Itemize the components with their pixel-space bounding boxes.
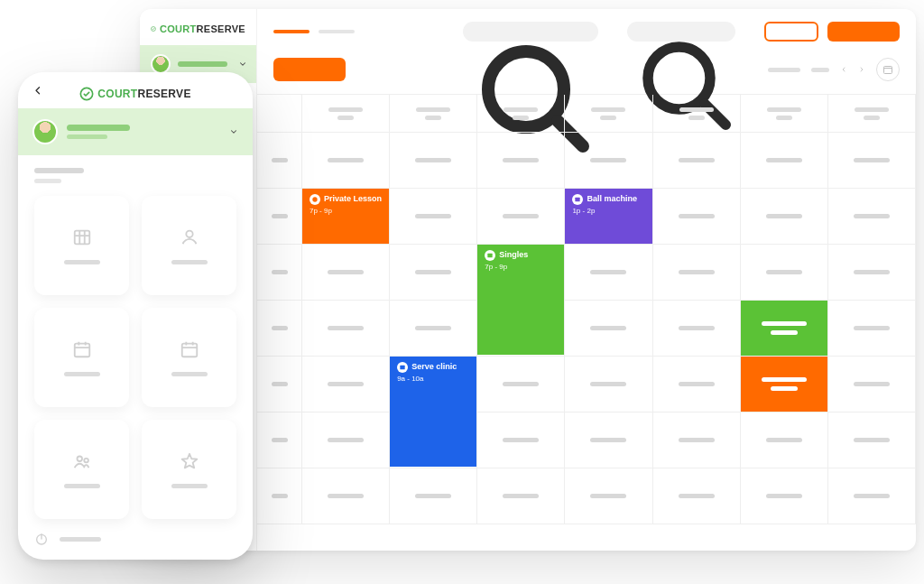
calendar-cell[interactable] xyxy=(565,357,652,413)
event-title: Singles xyxy=(499,250,528,261)
calendar-cell[interactable] xyxy=(828,133,916,189)
svg-rect-12 xyxy=(181,343,197,357)
menu-card-group[interactable] xyxy=(34,420,129,519)
calendar-cell[interactable] xyxy=(828,245,916,301)
calendar-cell[interactable] xyxy=(390,468,477,524)
calendar-cell[interactable] xyxy=(390,245,477,301)
mobile-bottom-bar xyxy=(18,519,253,560)
power-icon[interactable] xyxy=(34,532,49,546)
calendar-cell[interactable] xyxy=(828,468,916,524)
calendar-cell[interactable] xyxy=(565,413,652,468)
calendar-cell[interactable] xyxy=(477,357,565,413)
calendar-cell[interactable] xyxy=(741,357,828,413)
menu-card-calendar-2[interactable] xyxy=(142,308,236,407)
event-serve-clinic[interactable]: Serve clinic 9a - 10a xyxy=(390,357,476,467)
calendar-cell[interactable] xyxy=(741,301,828,357)
calendar-cell[interactable] xyxy=(828,413,916,468)
primary-action-button[interactable] xyxy=(827,22,900,42)
calendar-cell[interactable] xyxy=(828,301,916,357)
calendar-cell[interactable] xyxy=(741,133,828,189)
calendar-row xyxy=(257,301,916,357)
calendar-cell[interactable] xyxy=(390,301,477,357)
time-label xyxy=(272,438,288,442)
calendar-cell[interactable]: Ball machine 1p - 2p xyxy=(565,189,652,245)
menu-card-calendar-1[interactable] xyxy=(34,308,129,407)
calendar-picker-button[interactable] xyxy=(876,58,900,81)
event-placeholder-orange[interactable] xyxy=(741,357,827,412)
avatar xyxy=(32,119,58,144)
calendar-cell[interactable] xyxy=(653,245,741,301)
calendar-cell[interactable]: Private Lesson 7p - 9p xyxy=(302,189,390,245)
back-icon[interactable] xyxy=(32,85,43,96)
filter-button[interactable] xyxy=(273,58,346,81)
user-name-placeholder xyxy=(67,125,130,131)
tab-item[interactable] xyxy=(319,30,355,33)
event-placeholder-green[interactable] xyxy=(741,301,827,356)
calendar-cell[interactable] xyxy=(565,245,652,301)
calendar-cell[interactable] xyxy=(828,357,916,413)
event-private-lesson[interactable]: Private Lesson 7p - 9p xyxy=(302,189,389,244)
mobile-section-label xyxy=(18,155,253,187)
chevron-right-icon[interactable] xyxy=(858,66,865,73)
event-singles[interactable]: Singles 7p - 9p xyxy=(477,245,564,355)
calendar-cell[interactable] xyxy=(302,301,390,357)
brand-logo[interactable]: COURTRESERVE xyxy=(140,9,256,45)
calendar-cell[interactable] xyxy=(477,413,565,468)
calendar-cell[interactable] xyxy=(828,189,916,245)
calendar-row xyxy=(257,413,916,468)
calendar-cell[interactable] xyxy=(477,468,565,524)
calendar-cell[interactable] xyxy=(565,133,652,189)
chevron-down-icon xyxy=(229,127,238,136)
calendar-cell[interactable] xyxy=(653,413,741,468)
calendar-cell[interactable]: Serve clinic 9a - 10a xyxy=(390,357,477,413)
calendar-cell[interactable] xyxy=(653,189,741,245)
brand-logo[interactable]: COURTRESERVE xyxy=(79,87,190,101)
calendar-cell[interactable] xyxy=(565,468,652,524)
chevron-left-icon[interactable] xyxy=(840,66,847,73)
calendar-cell[interactable] xyxy=(653,468,741,524)
calendar-cell[interactable] xyxy=(302,245,390,301)
calendar-cell[interactable] xyxy=(741,189,828,245)
calendar-cell[interactable] xyxy=(653,301,741,357)
calendar-cell[interactable] xyxy=(565,301,652,357)
calendar-cell[interactable] xyxy=(653,133,741,189)
calendar-cell[interactable] xyxy=(302,413,390,468)
calendar-cell[interactable] xyxy=(741,413,828,468)
calendar-cell[interactable] xyxy=(741,468,828,524)
time-label xyxy=(272,214,288,218)
calendar-icon xyxy=(397,362,408,373)
calendar-cell[interactable] xyxy=(477,133,565,189)
calendar-cell[interactable] xyxy=(477,189,565,245)
calendar-cell[interactable] xyxy=(741,245,828,301)
user-name-placeholder xyxy=(178,61,227,67)
range-label-placeholder xyxy=(768,68,800,72)
calendar-cell[interactable] xyxy=(390,133,477,189)
group-icon xyxy=(72,451,92,471)
secondary-action-button[interactable] xyxy=(764,22,818,42)
brand-court: COURT xyxy=(160,23,197,34)
calendar-cell[interactable] xyxy=(390,189,477,245)
calendar-cell[interactable] xyxy=(302,133,390,189)
calendar-icon xyxy=(882,64,893,75)
mobile-user-switcher[interactable] xyxy=(18,108,253,155)
mobile-device: COURTRESERVE xyxy=(18,72,253,560)
time-label xyxy=(272,326,288,330)
event-time: 9a - 10a xyxy=(397,375,469,384)
avatar xyxy=(151,54,171,74)
calendar-cell[interactable] xyxy=(302,468,390,524)
tab-active[interactable] xyxy=(273,30,310,33)
mobile-menu-grid xyxy=(18,187,253,519)
card-label-placeholder xyxy=(64,260,100,264)
brand-reserve: RESERVE xyxy=(137,88,190,100)
calendar-cell[interactable] xyxy=(302,357,390,413)
calendar-cell[interactable] xyxy=(653,357,741,413)
calendar-icon xyxy=(485,250,495,261)
event-ball-machine[interactable]: Ball machine 1p - 2p xyxy=(565,189,651,244)
menu-card-grid[interactable] xyxy=(34,196,129,295)
menu-card-star[interactable] xyxy=(142,420,236,519)
menu-card-user[interactable] xyxy=(142,196,236,295)
svg-rect-5 xyxy=(576,198,580,202)
calendar-cell[interactable]: Singles 7p - 9p xyxy=(477,245,565,301)
svg-point-10 xyxy=(186,230,192,236)
calendar-icon xyxy=(572,194,583,205)
